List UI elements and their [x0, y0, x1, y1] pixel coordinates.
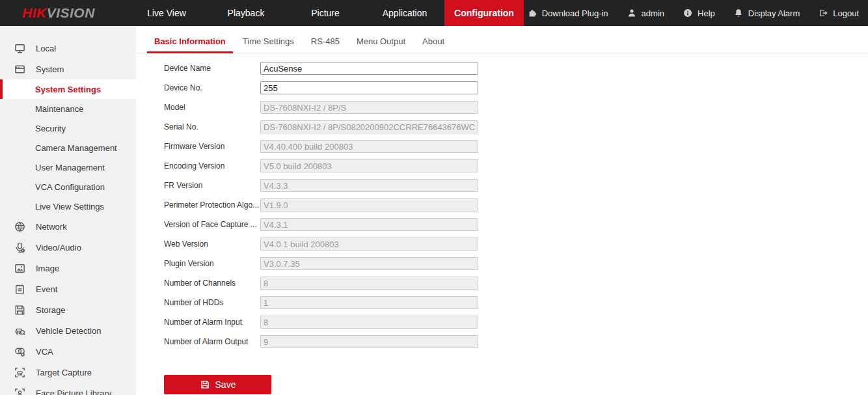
field-label-number-of-alarm-output: Number of Alarm Output [164, 337, 260, 346]
sidebar-item-label: User Management [35, 163, 105, 172]
sidebar-item-label: Local [36, 44, 56, 53]
field-label-device-no: Device No. [164, 83, 260, 92]
hikvision-config-page: HIKVISION Live ViewPlaybackPictureApplic… [0, 0, 868, 395]
sidebar-item-local[interactable]: Local [0, 38, 136, 59]
sidebar-item-system[interactable]: System [0, 59, 136, 79]
form-row-version-of-face-capture: Version of Face Capture ... [164, 215, 868, 234]
sidebar-item-camera-management[interactable]: Camera Management [0, 138, 136, 157]
sidebar-item-security[interactable]: Security [0, 118, 136, 138]
field-label-number-of-hdds: Number of HDDs [164, 298, 260, 307]
window-icon [14, 63, 26, 75]
main-content: Basic InformationTime SettingsRS-485Menu… [136, 26, 868, 395]
tab-about[interactable]: About [415, 36, 452, 53]
sidebar-item-vehicle-detection[interactable]: Vehicle Detection [0, 320, 136, 341]
sidebar-item-label: Storage [36, 305, 66, 315]
device-no-input[interactable] [260, 81, 478, 94]
storage-icon [14, 304, 26, 316]
logo-hik-text: HIK [22, 5, 47, 21]
sidebar-item-video-audio[interactable]: Video/Audio [0, 237, 136, 258]
device-name-input[interactable] [260, 62, 478, 75]
save-button[interactable]: Save [164, 375, 271, 394]
nav-item-configuration[interactable]: Configuration [444, 0, 524, 26]
utility-nav: Download Plug-inadminHelpDisplay AlarmLo… [527, 0, 868, 26]
monitor-icon [14, 42, 26, 55]
number-of-alarm-output-input [260, 335, 478, 348]
number-of-alarm-input-input [260, 316, 478, 329]
tab-basic-information[interactable]: Basic Information [147, 36, 233, 53]
sidebar-item-face-picture-library[interactable]: Face Picture Library [0, 383, 136, 395]
sidebar-item-label: Video/Audio [36, 243, 81, 252]
top-bar: HIKVISION Live ViewPlaybackPictureApplic… [0, 0, 868, 26]
plugin-icon [527, 8, 537, 18]
target-capture-icon [14, 366, 26, 379]
sidebar-item-label: Camera Management [35, 143, 117, 153]
sidebar-item-storage[interactable]: Storage [0, 299, 136, 320]
sidebar-item-label: Event [36, 284, 57, 294]
model-input [260, 101, 478, 114]
field-label-version-of-face-capture: Version of Face Capture ... [164, 220, 260, 229]
tab-menu-output[interactable]: Menu Output [349, 36, 413, 53]
globe-icon [14, 221, 26, 233]
help-icon [683, 8, 693, 18]
util-label-help: Help [698, 8, 715, 18]
hikvision-logo: HIKVISION [0, 0, 127, 26]
tab-rs-485[interactable]: RS-485 [304, 36, 347, 53]
form-row-model: Model [164, 98, 868, 117]
sidebar-item-network[interactable]: Network [0, 216, 136, 237]
bell-icon [733, 8, 744, 18]
nav-item-picture[interactable]: Picture [286, 0, 365, 26]
number-of-hdds-input [260, 296, 478, 309]
field-label-serial-no: Serial No. [164, 122, 260, 131]
util-help[interactable]: Help [683, 8, 715, 18]
nav-item-playback[interactable]: Playback [206, 0, 286, 26]
sidebar-item-label: Face Picture Library [36, 388, 111, 395]
form-row-plugin-version: Plugin Version [164, 254, 868, 273]
field-label-model: Model [164, 103, 260, 112]
encoding-version-input [260, 159, 478, 172]
util-logout[interactable]: Logout [818, 8, 859, 18]
tab-time-settings[interactable]: Time Settings [236, 36, 301, 53]
primary-nav: Live ViewPlaybackPictureApplicationConfi… [127, 0, 524, 26]
field-label-number-of-alarm-input: Number of Alarm Input [164, 318, 260, 327]
form-row-number-of-channels: Number of Channels [164, 273, 868, 293]
util-admin[interactable]: admin [627, 8, 664, 18]
field-label-encoding-version: Encoding Version [164, 161, 260, 170]
sidebar-item-event[interactable]: Event [0, 279, 136, 299]
form-row-web-version: Web Version [164, 234, 868, 254]
nav-item-live-view[interactable]: Live View [127, 0, 206, 26]
form-row-device-name: Device Name [164, 59, 868, 78]
util-display-alarm[interactable]: Display Alarm [733, 8, 800, 18]
logo-vision-text: VISION [47, 5, 95, 21]
field-label-number-of-channels: Number of Channels [164, 279, 260, 288]
sidebar-item-target-capture[interactable]: Target Capture [0, 362, 136, 383]
image-icon [14, 262, 26, 275]
field-label-firmware-version: Firmware Version [164, 142, 260, 151]
sidebar-item-label: Target Capture [36, 368, 92, 377]
util-download-plug-in[interactable]: Download Plug-in [527, 8, 608, 18]
web-version-input [260, 238, 478, 251]
basic-information-form: Device NameDevice No.ModelSerial No.Firm… [136, 53, 868, 351]
event-icon [14, 283, 26, 295]
firmware-version-input [260, 140, 478, 153]
number-of-channels-input [260, 277, 478, 290]
field-label-web-version: Web Version [164, 239, 260, 249]
sidebar-item-vca[interactable]: VCA [0, 341, 136, 362]
fr-version-input [260, 179, 478, 192]
form-row-serial-no: Serial No. [164, 117, 868, 137]
sidebar-item-live-view-settings[interactable]: Live View Settings [0, 197, 136, 216]
tab-bar: Basic InformationTime SettingsRS-485Menu… [136, 26, 868, 53]
sidebar-item-vca-configuration[interactable]: VCA Configuration [0, 177, 136, 197]
sidebar-item-maintenance[interactable]: Maintenance [0, 99, 136, 118]
sidebar-item-label: System Settings [35, 85, 101, 94]
util-label-download-plug-in: Download Plug-in [542, 8, 608, 18]
sidebar-item-label: Maintenance [35, 104, 83, 114]
sidebar-item-label: Live View Settings [35, 202, 104, 211]
sidebar-item-user-management[interactable]: User Management [0, 157, 136, 177]
sidebar-item-image[interactable]: Image [0, 258, 136, 279]
save-icon [200, 379, 210, 390]
form-row-firmware-version: Firmware Version [164, 137, 868, 156]
sidebar-item-system-settings[interactable]: System Settings [0, 79, 136, 99]
sidebar-item-label: Network [36, 222, 67, 232]
util-label-display-alarm: Display Alarm [748, 8, 800, 18]
nav-item-application[interactable]: Application [365, 0, 444, 26]
